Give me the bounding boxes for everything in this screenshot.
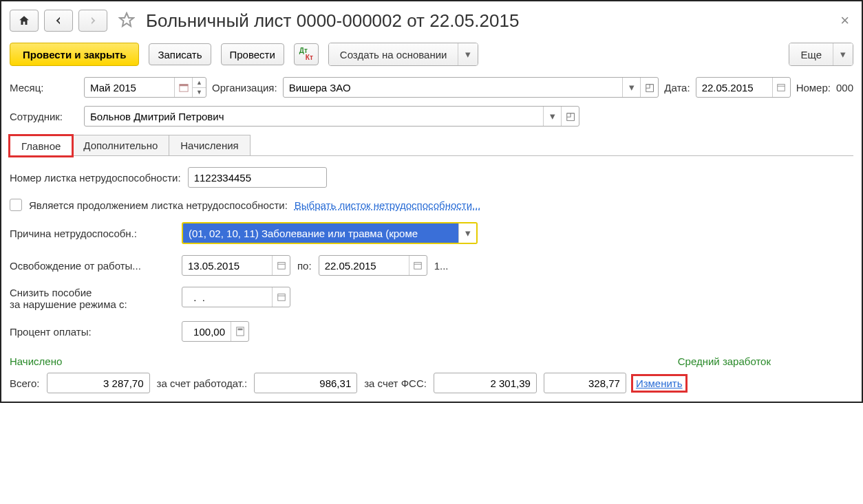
month-up[interactable]: ▲ — [193, 78, 206, 88]
svg-rect-6 — [414, 263, 422, 270]
month-picker-icon[interactable] — [174, 78, 192, 97]
fss-value[interactable] — [434, 373, 537, 393]
org-dropdown-icon[interactable]: ▾ — [622, 78, 640, 97]
chevron-down-icon[interactable]: ▾ — [833, 43, 853, 65]
sheet-number-label: Номер листка нетрудоспособности: — [10, 172, 181, 184]
month-label: Месяц: — [10, 82, 78, 94]
post-and-close-button[interactable]: Провести и закрыть — [10, 43, 139, 66]
date-label: Дата: — [664, 82, 690, 94]
calendar-icon[interactable] — [409, 256, 427, 275]
number-value: 000 — [836, 82, 853, 94]
date-field[interactable] — [696, 77, 791, 98]
svg-rect-11 — [237, 329, 242, 331]
close-icon[interactable]: × — [836, 12, 853, 30]
employee-dropdown-icon[interactable]: ▾ — [543, 107, 561, 126]
calendar-icon[interactable] — [272, 287, 290, 307]
post-button[interactable]: Провести — [221, 43, 284, 65]
calculator-icon[interactable] — [231, 322, 248, 341]
svg-rect-4 — [277, 263, 285, 270]
save-button[interactable]: Записать — [149, 43, 211, 65]
employer-label: за счет работодат.: — [157, 377, 248, 389]
org-field[interactable]: ▾ ◰ — [283, 77, 659, 98]
month-down[interactable]: ▼ — [193, 88, 206, 98]
nav-back-button[interactable] — [44, 10, 73, 32]
percent-label: Процент оплаты: — [10, 326, 175, 338]
tab-additional[interactable]: Дополнительно — [72, 135, 169, 155]
avg-value[interactable] — [544, 373, 626, 393]
home-button[interactable] — [10, 10, 39, 32]
number-label: Номер: — [796, 82, 831, 94]
svg-rect-1 — [179, 85, 187, 87]
tab-main[interactable]: Главное — [10, 135, 72, 156]
is-continuation-checkbox[interactable] — [10, 199, 22, 211]
employee-label: Сотрудник: — [10, 111, 78, 122]
calendar-icon[interactable] — [272, 256, 290, 275]
release-suffix: 1... — [434, 260, 449, 272]
total-label: Всего: — [10, 377, 40, 389]
release-to-label: по: — [297, 260, 312, 272]
is-continuation-label: Является продолжением листка нетрудоспос… — [29, 199, 288, 211]
svg-rect-8 — [277, 294, 285, 301]
svg-rect-2 — [778, 85, 785, 91]
sheet-number-field[interactable] — [188, 167, 327, 188]
fss-label: за счет ФСС: — [364, 377, 427, 389]
reduce-label-2: за нарушение режима с: — [10, 298, 175, 310]
month-field[interactable]: ▲ ▼ — [84, 77, 206, 98]
org-label: Организация: — [212, 82, 277, 94]
favorite-star-icon[interactable] — [118, 12, 135, 30]
tab-accruals[interactable]: Начисления — [169, 135, 250, 155]
accrued-heading: Начислено — [10, 355, 678, 367]
total-value[interactable] — [47, 373, 150, 393]
chevron-down-icon[interactable]: ▾ — [458, 43, 478, 65]
employee-field[interactable]: ▾ ◰ — [84, 106, 579, 127]
release-to-field[interactable] — [319, 255, 427, 276]
date-picker-icon[interactable] — [772, 78, 790, 97]
percent-field[interactable] — [182, 321, 249, 342]
page-title: Больничный лист 0000-000002 от 22.05.201… — [146, 10, 519, 32]
select-sheet-link[interactable]: Выбрать листок нетрудоспособности... — [295, 199, 481, 211]
release-from-field[interactable] — [182, 255, 290, 276]
create-based-on-button[interactable]: Создать на основании ▾ — [328, 43, 479, 66]
employer-value[interactable] — [254, 373, 357, 393]
change-link[interactable]: Изменить — [633, 376, 685, 391]
reduce-label-1: Снизить пособие — [10, 287, 175, 298]
release-label: Освобождение от работы... — [10, 260, 175, 272]
reason-dropdown-icon[interactable]: ▾ — [458, 223, 476, 243]
org-open-icon[interactable]: ◰ — [640, 78, 658, 97]
register-entries-button[interactable]: ДтКт — [294, 43, 319, 65]
reason-label: Причина нетрудоспособн.: — [10, 228, 175, 239]
employee-open-icon[interactable]: ◰ — [561, 107, 579, 126]
reduce-date-field[interactable] — [182, 287, 290, 307]
more-button[interactable]: Еще ▾ — [789, 43, 853, 66]
reason-field[interactable]: (01, 02, 10, 11) Заболевание или травма … — [182, 222, 478, 244]
nav-forward-button[interactable] — [78, 10, 107, 32]
avg-earnings-heading: Средний заработок — [678, 355, 771, 367]
